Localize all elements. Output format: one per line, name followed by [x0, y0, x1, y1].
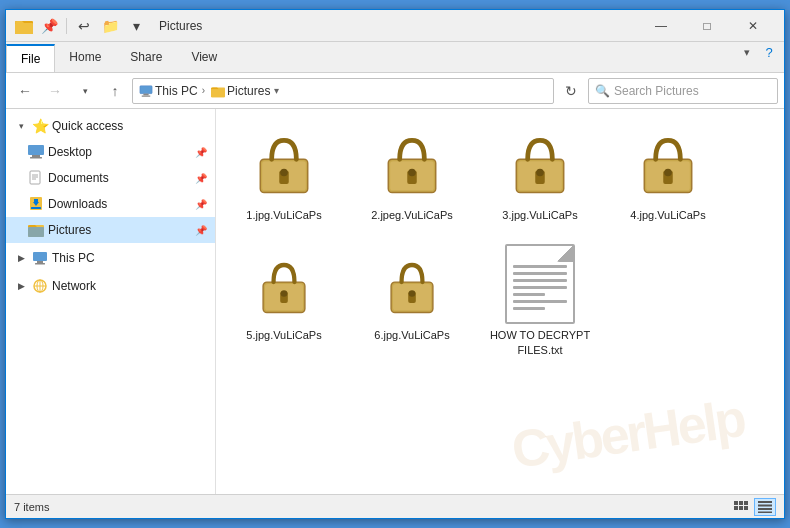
- close-button[interactable]: ✕: [730, 10, 776, 42]
- file-item-3[interactable]: 3.jpg.VuLiCaPs: [480, 117, 600, 229]
- downloads-pin: 📌: [195, 199, 207, 210]
- ribbon-collapse-btn[interactable]: ▾: [736, 42, 758, 62]
- file-label-5: 5.jpg.VuLiCaPs: [246, 328, 321, 342]
- sidebar: ▾ ⭐ Quick access Desktop 📌: [6, 109, 216, 494]
- view-buttons: [730, 498, 776, 516]
- svg-point-34: [408, 169, 416, 177]
- svg-rect-16: [34, 199, 38, 203]
- file-icon-1: [244, 124, 324, 204]
- refresh-button[interactable]: ↻: [558, 78, 584, 104]
- file-label-2: 2.jpeg.VuLiCaPs: [371, 208, 453, 222]
- file-item-1[interactable]: 1.jpg.VuLiCaPs: [224, 117, 344, 229]
- sidebar-item-thispc[interactable]: ▶ This PC: [6, 245, 215, 271]
- quickaccess-icon: ⭐: [32, 118, 48, 134]
- breadcrumb-thispc: This PC ›: [139, 84, 207, 98]
- documents-icon: [28, 170, 44, 186]
- svg-rect-59: [758, 508, 772, 510]
- file-item-5[interactable]: 5.jpg.VuLiCaPs: [224, 237, 344, 364]
- file-icon-2: [372, 124, 452, 204]
- file-item-2[interactable]: 2.jpeg.VuLiCaPs: [352, 117, 472, 229]
- sidebar-section-thispc: ▶ This PC: [6, 245, 215, 271]
- svg-point-46: [281, 290, 288, 297]
- recent-locations-btn[interactable]: ▾: [72, 78, 98, 104]
- svg-rect-9: [30, 157, 42, 159]
- network-icon: [32, 278, 48, 294]
- tab-file[interactable]: File: [6, 44, 55, 72]
- file-item-4[interactable]: 4.jpg.VuLiCaPs: [608, 117, 728, 229]
- svg-rect-19: [28, 227, 44, 237]
- thispc-icon: [32, 250, 48, 266]
- qat-pin-btn[interactable]: 📌: [38, 16, 60, 36]
- view-medium-icons-btn[interactable]: [730, 498, 752, 516]
- search-icon: 🔍: [595, 84, 610, 98]
- svg-rect-52: [739, 501, 743, 505]
- svg-rect-3: [143, 93, 148, 95]
- svg-rect-8: [32, 155, 40, 157]
- sidebar-item-quickaccess[interactable]: ▾ ⭐ Quick access: [6, 113, 215, 139]
- pictures-icon: [28, 222, 44, 238]
- file-item-6[interactable]: 6.jpg.VuLiCaPs: [352, 237, 472, 364]
- main-content: ▾ ⭐ Quick access Desktop 📌: [6, 109, 784, 494]
- file-label-3: 3.jpg.VuLiCaPs: [502, 208, 577, 222]
- lock-icon-4: [630, 126, 706, 202]
- title-bar: 📌 ↩ 📁 ▾ Pictures — □ ✕: [6, 10, 784, 42]
- qat-dropdown-btn[interactable]: ▾: [125, 16, 147, 36]
- pictures-folder-icon: [211, 84, 225, 98]
- crumb-pictures-label: Pictures: [227, 84, 270, 98]
- svg-rect-17: [31, 207, 41, 209]
- lock-icon-2: [374, 126, 450, 202]
- svg-point-50: [409, 290, 416, 297]
- svg-point-30: [280, 169, 288, 177]
- svg-rect-56: [744, 506, 748, 510]
- svg-rect-21: [37, 261, 43, 263]
- view-details-btn[interactable]: [754, 498, 776, 516]
- back-button[interactable]: ←: [12, 78, 38, 104]
- help-button[interactable]: ?: [758, 42, 780, 62]
- file-icon-5: [244, 244, 324, 324]
- pictures-label: Pictures: [48, 223, 191, 237]
- documents-pin: 📌: [195, 173, 207, 184]
- file-item-7[interactable]: HOW TO DECRYPT FILES.txt: [480, 237, 600, 364]
- svg-rect-57: [758, 501, 772, 503]
- qat-undo-btn[interactable]: ↩: [73, 16, 95, 36]
- up-button[interactable]: ↑: [102, 78, 128, 104]
- svg-rect-53: [744, 501, 748, 505]
- svg-rect-51: [734, 501, 738, 505]
- search-box[interactable]: 🔍 Search Pictures: [588, 78, 778, 104]
- lock-icon-6: [374, 246, 450, 322]
- sidebar-section-quickaccess: ▾ ⭐ Quick access Desktop 📌: [6, 113, 215, 243]
- file-icon-7: [500, 244, 580, 324]
- file-label-6: 6.jpg.VuLiCaPs: [374, 328, 449, 342]
- svg-rect-2: [140, 85, 152, 93]
- watermark: CyberHelp: [508, 388, 747, 480]
- file-area: CyberHelp 1.jpg.VuLiCaPs: [216, 109, 784, 494]
- tab-view[interactable]: View: [177, 42, 232, 72]
- title-bar-left: 📌 ↩ 📁 ▾ Pictures: [14, 16, 638, 36]
- address-box[interactable]: This PC › Pictures ▾: [132, 78, 554, 104]
- tab-share[interactable]: Share: [116, 42, 177, 72]
- downloads-label: Downloads: [48, 197, 191, 211]
- svg-rect-22: [35, 263, 45, 265]
- file-label-1: 1.jpg.VuLiCaPs: [246, 208, 321, 222]
- txt-file-icon: [505, 244, 575, 324]
- minimize-button[interactable]: —: [638, 10, 684, 42]
- ribbon: File Home Share View ▾ ?: [6, 42, 784, 73]
- maximize-button[interactable]: □: [684, 10, 730, 42]
- file-label-4: 4.jpg.VuLiCaPs: [630, 208, 705, 222]
- sidebar-item-documents[interactable]: Documents 📌: [6, 165, 215, 191]
- thispc-icon: [139, 84, 153, 98]
- ribbon-tabs: File Home Share View ▾ ?: [6, 42, 784, 72]
- tab-home[interactable]: Home: [55, 42, 116, 72]
- details-view-icon: [758, 501, 772, 513]
- sidebar-item-downloads[interactable]: Downloads 📌: [6, 191, 215, 217]
- sidebar-item-network[interactable]: ▶ Network: [6, 273, 215, 299]
- sidebar-item-pictures[interactable]: Pictures 📌: [6, 217, 215, 243]
- file-icon-4: [628, 124, 708, 204]
- svg-rect-7: [28, 145, 44, 155]
- forward-button[interactable]: →: [42, 78, 68, 104]
- file-icon-6: [372, 244, 452, 324]
- sidebar-item-desktop[interactable]: Desktop 📌: [6, 139, 215, 165]
- pictures-pin: 📌: [195, 225, 207, 236]
- svg-rect-60: [758, 511, 772, 513]
- qat-newfolder-btn[interactable]: 📁: [99, 16, 121, 36]
